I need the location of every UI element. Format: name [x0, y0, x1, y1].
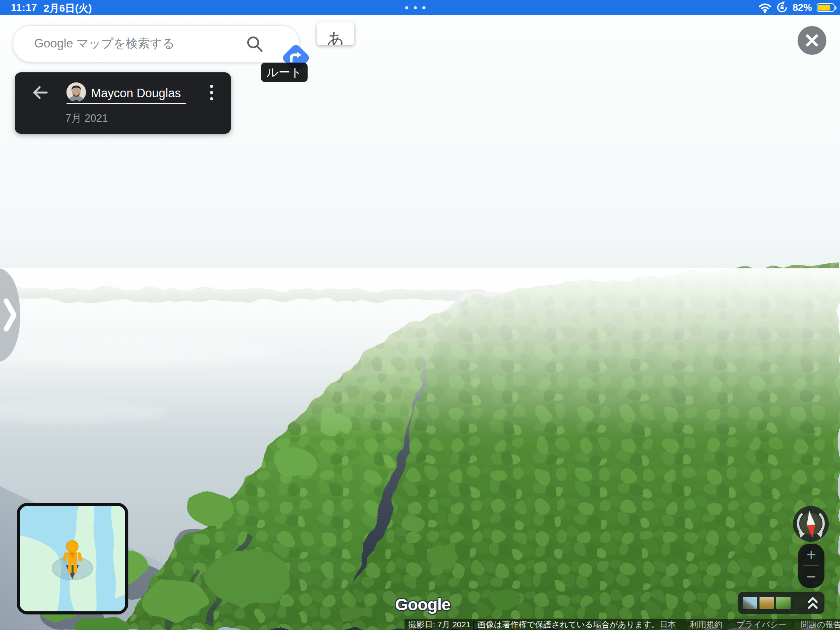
ime-character: あ — [317, 31, 354, 45]
rotation-lock-icon — [776, 2, 788, 13]
zoom-divider — [803, 565, 819, 566]
route-tooltip: ルート — [261, 63, 308, 82]
status-date: 2月6日(火) — [44, 2, 92, 15]
magnifier-icon[interactable] — [246, 35, 264, 53]
clock: 11:17 — [11, 2, 37, 14]
search-bar — [13, 25, 299, 62]
photo-date: 7月 2021 — [65, 111, 108, 125]
link-country[interactable]: 日本 — [660, 619, 676, 630]
status-bar: 11:17 2月6日(火) 82% — [0, 0, 840, 15]
compass-button[interactable] — [793, 506, 829, 542]
minus-icon: − — [807, 569, 816, 585]
thumbnail-3[interactable] — [776, 597, 791, 609]
close-icon — [804, 33, 820, 48]
capture-date-label: 撮影日: 7月 2021 — [408, 619, 471, 630]
zoom-out-button[interactable]: − — [798, 568, 824, 586]
street-view-screen: 11:17 2月6日(火) 82% — [0, 0, 840, 630]
multitask-dots-icon — [405, 6, 425, 9]
thumbnail-1[interactable] — [743, 597, 757, 609]
kebab-menu-button[interactable] — [208, 85, 215, 100]
expand-chevrons-icon[interactable] — [807, 596, 819, 611]
zoom-control: + − — [798, 544, 824, 588]
close-button[interactable] — [798, 26, 826, 55]
search-input[interactable] — [33, 29, 218, 58]
link-report-problem[interactable]: 問題の報告 — [800, 619, 840, 630]
link-terms[interactable]: 利用規約 — [690, 619, 723, 630]
google-watermark: Google — [395, 595, 450, 614]
attribution-bar: 画像は著作権で保護されている場合があります。 日本 利用規約 プライバシー 問題… — [473, 619, 840, 630]
author-underline — [66, 103, 186, 104]
side-panel-handle[interactable] — [0, 268, 23, 362]
copyright-notice: 画像は著作権で保護されている場合があります。 — [478, 619, 660, 630]
author-name: Maycon Douglas — [91, 86, 181, 100]
wifi-icon — [758, 2, 772, 13]
zoom-in-button[interactable]: + — [798, 546, 824, 564]
keyboard-ime-badge[interactable]: あ — [317, 22, 354, 45]
battery-icon — [817, 3, 835, 12]
route-tooltip-label: ルート — [266, 65, 302, 80]
avatar — [66, 82, 86, 102]
minimap[interactable] — [17, 503, 128, 614]
capture-date-chip: 撮影日: 7月 2021 — [404, 619, 474, 630]
battery-percent: 82% — [793, 2, 812, 13]
thumbnail-2[interactable] — [760, 597, 774, 609]
back-button[interactable] — [32, 84, 49, 101]
plus-icon: + — [807, 547, 816, 563]
link-privacy[interactable]: プライバシー — [737, 619, 786, 630]
photo-info-card: Maycon Douglas 7月 2021 — [15, 72, 231, 134]
photo-thumbnail-tray — [738, 592, 824, 614]
